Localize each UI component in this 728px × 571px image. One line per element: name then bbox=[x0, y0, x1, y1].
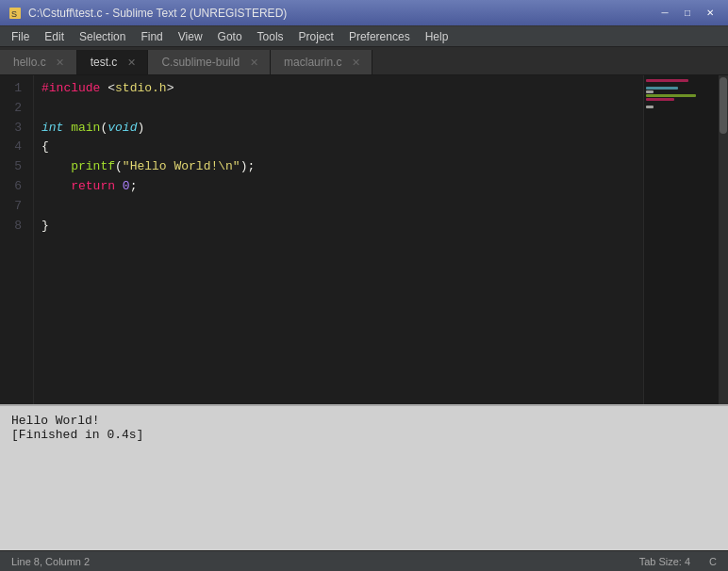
app-icon: S bbox=[8, 6, 23, 21]
tab-maclaurin-c[interactable]: maclaurin.c ✕ bbox=[271, 50, 372, 74]
tab-size: Tab Size: 4 bbox=[639, 556, 690, 567]
tab-test-c-close[interactable]: ✕ bbox=[124, 56, 138, 69]
cursor-position: Line 8, Column 2 bbox=[11, 556, 90, 567]
tab-hello-c-close[interactable]: ✕ bbox=[54, 56, 67, 69]
tab-sublime-build-close[interactable]: ✕ bbox=[247, 56, 260, 69]
tab-sublime-build-label: C.sublime-build bbox=[161, 56, 240, 69]
line-num-2: 2 bbox=[8, 99, 22, 119]
line-num-4: 4 bbox=[8, 138, 22, 157]
menu-goto[interactable]: Goto bbox=[210, 26, 250, 47]
line-num-5: 5 bbox=[8, 157, 22, 177]
menu-selection[interactable]: Selection bbox=[72, 26, 133, 47]
menu-view[interactable]: View bbox=[171, 26, 210, 47]
tab-test-c-label: test.c bbox=[91, 56, 118, 69]
window-title: C:\Cstuff\test.c - Sublime Text 2 (UNREG… bbox=[28, 7, 287, 20]
line-num-8: 8 bbox=[8, 217, 22, 237]
title-bar: S C:\Cstuff\test.c - Sublime Text 2 (UNR… bbox=[0, 0, 728, 26]
window-controls: ─ □ ✕ bbox=[654, 4, 720, 23]
output-line-2: [Finished in 0.4s] bbox=[11, 428, 717, 442]
line-num-3: 3 bbox=[8, 119, 22, 139]
tab-hello-c[interactable]: hello.c ✕ bbox=[0, 50, 77, 74]
tab-bar: hello.c ✕ test.c ✕ C.sublime-build ✕ mac… bbox=[0, 47, 728, 75]
menu-bar: File Edit Selection Find View Goto Tools… bbox=[0, 26, 728, 47]
status-right: Tab Size: 4 C bbox=[639, 556, 717, 567]
output-line-1: Hello World! bbox=[11, 414, 717, 428]
tab-test-c[interactable]: test.c ✕ bbox=[77, 50, 149, 74]
menu-preferences[interactable]: Preferences bbox=[341, 26, 418, 47]
tab-maclaurin-c-label: maclaurin.c bbox=[284, 56, 341, 69]
line-num-6: 6 bbox=[8, 177, 22, 197]
title-bar-left: S C:\Cstuff\test.c - Sublime Text 2 (UNR… bbox=[8, 6, 287, 21]
menu-help[interactable]: Help bbox=[418, 26, 456, 47]
maximize-button[interactable]: □ bbox=[677, 4, 698, 23]
line-numbers: 1 2 3 4 5 6 7 8 bbox=[0, 75, 34, 404]
tab-sublime-build[interactable]: C.sublime-build ✕ bbox=[148, 50, 271, 74]
menu-edit[interactable]: Edit bbox=[37, 26, 72, 47]
menu-tools[interactable]: Tools bbox=[250, 26, 291, 47]
code-container: 1 2 3 4 5 6 7 8 #include <stdio.h> int m… bbox=[0, 75, 643, 404]
line-num-7: 7 bbox=[8, 197, 22, 217]
minimap bbox=[643, 75, 719, 404]
menu-project[interactable]: Project bbox=[291, 26, 341, 47]
editor-main: 1 2 3 4 5 6 7 8 #include <stdio.h> int m… bbox=[0, 75, 643, 404]
editor-area: 1 2 3 4 5 6 7 8 #include <stdio.h> int m… bbox=[0, 75, 728, 404]
syntax-label: C bbox=[709, 556, 717, 567]
menu-find[interactable]: Find bbox=[133, 26, 170, 47]
tab-maclaurin-c-close[interactable]: ✕ bbox=[349, 56, 362, 69]
code-editor[interactable]: #include <stdio.h> int main(void) { prin… bbox=[34, 75, 643, 404]
status-bar: Line 8, Column 2 Tab Size: 4 C bbox=[0, 550, 728, 571]
scrollbar[interactable] bbox=[719, 75, 728, 404]
close-button[interactable]: ✕ bbox=[700, 4, 720, 23]
minimize-button[interactable]: ─ bbox=[654, 4, 675, 23]
minimap-content bbox=[644, 75, 719, 113]
menu-file[interactable]: File bbox=[4, 26, 37, 47]
line-num-1: 1 bbox=[8, 79, 22, 99]
scrollbar-thumb[interactable] bbox=[720, 77, 727, 134]
output-panel: Hello World! [Finished in 0.4s] bbox=[0, 404, 728, 550]
svg-text:S: S bbox=[11, 9, 17, 19]
tab-hello-c-label: hello.c bbox=[13, 56, 46, 69]
